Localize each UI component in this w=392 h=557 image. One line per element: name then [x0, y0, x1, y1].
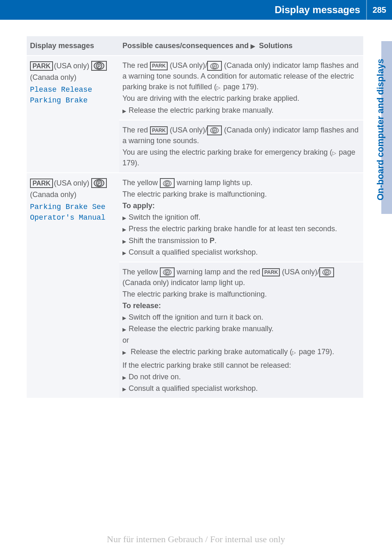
header-title: Display messages [0, 0, 366, 20]
park-indicator-icon: PARK [30, 61, 53, 71]
solution-bullet: Consult a qualified specialist workshop. [122, 383, 360, 394]
table-row: PARK (USA only) (Canada only) Parking Br… [27, 173, 363, 262]
side-tab-label: On-board computer and displays [375, 59, 386, 201]
canada-only-text: (Canada only) [30, 72, 76, 83]
side-tab: On-board computer and displays [372, 47, 389, 212]
canada-only-text: (Canada only) [30, 189, 76, 200]
page-ref-icon [292, 348, 297, 356]
page-ref-icon [332, 148, 337, 156]
solution-cell: The red PARK (USA only)/ (Canada only) i… [119, 56, 363, 120]
solution-bullet: Consult a qualified specialist workshop. [122, 247, 360, 258]
or-text: or [122, 335, 360, 346]
solution-bullet: Switch the ignition off. [122, 212, 360, 223]
park-indicator-icon: PARK [262, 268, 280, 276]
body-text: You are using the electric parking brake… [122, 147, 360, 168]
col-header-messages: Display messages [27, 36, 119, 56]
col-header-solutions: Possible causes/consequences and ▶ Solut… [119, 36, 363, 56]
solution-bullet: Release the electric parking brake manua… [122, 323, 360, 334]
display-message-text: Please Release Parking Brake [30, 84, 116, 106]
page-number: 285 [366, 0, 392, 20]
p-circle-icon [160, 267, 175, 277]
solution-cell: The yellow warning lamp and the red PARK… [119, 262, 363, 398]
message-cell: PARK (USA only) (Canada only) Parking Br… [27, 173, 119, 398]
solution-cell: The red PARK (USA only)/ (Canada only) i… [119, 120, 363, 173]
messages-table: Display messages Possible causes/consequ… [27, 36, 363, 399]
message-cell: PARK (USA only) (Canada only) Please Rel… [27, 56, 119, 173]
p-circle-icon [319, 267, 334, 277]
p-circle-icon [207, 125, 222, 135]
body-text: You are driving with the electric parkin… [122, 93, 360, 104]
p-circle-icon [91, 178, 107, 188]
header-bar: Display messages 285 [0, 0, 392, 20]
watermark-text: Nur für internen Gebrauch / For internal… [0, 534, 392, 545]
usa-only-text: (USA only) [54, 178, 89, 188]
p-circle-icon [160, 178, 175, 188]
park-indicator-icon: PARK [150, 126, 168, 135]
action-label: To apply: [122, 200, 360, 211]
solution-cell: The yellow warning lamp lights up. The e… [119, 173, 363, 262]
body-text: The electric parking brake is malfunctio… [122, 289, 360, 299]
solution-bullet: Press the electric parking brake handle … [122, 223, 360, 234]
solution-bullet: Release the electric parking brake autom… [122, 346, 360, 357]
body-text: The electric parking brake is malfunctio… [122, 189, 360, 200]
usa-only-text: (USA only) [54, 60, 89, 71]
park-indicator-icon: PARK [150, 62, 168, 70]
p-circle-icon [207, 61, 222, 71]
solutions-triangle-icon: ▶ [251, 43, 255, 49]
page-ref-icon [217, 83, 221, 91]
park-indicator-icon: PARK [30, 179, 53, 188]
body-text: If the electric parking brake still cann… [122, 360, 360, 371]
content-area: Display messages Possible causes/consequ… [0, 36, 392, 399]
solution-bullet: Release the electric parking brake manua… [122, 105, 360, 116]
solution-bullet: Do not drive on. [122, 371, 360, 382]
table-row: PARK (USA only) (Canada only) Please Rel… [27, 56, 363, 120]
display-message-text: Parking Brake See Operator's Manual [30, 202, 116, 223]
action-label: To release: [122, 300, 360, 311]
p-circle-icon [91, 61, 107, 71]
solution-bullet: Shift the transmission to P. [122, 235, 360, 246]
solution-bullet: Switch off the ignition and turn it back… [122, 312, 360, 323]
